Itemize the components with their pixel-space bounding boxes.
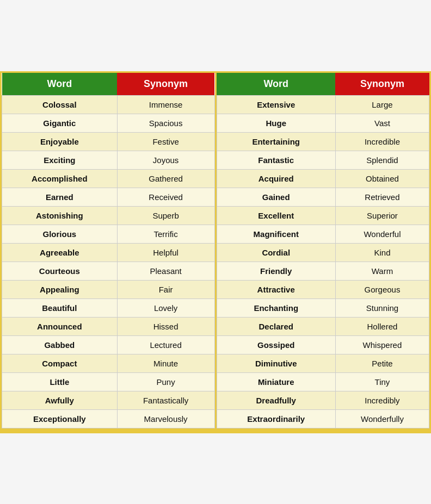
word-cell: Little	[2, 372, 118, 391]
table-row: EnchantingStunning	[217, 298, 429, 317]
synonym-cell: Fantastically	[117, 391, 214, 409]
synonym-cell: Large	[335, 95, 429, 114]
table-row: AwfullyFantastically	[2, 391, 215, 409]
synonym-cell: Puny	[117, 372, 214, 391]
synonym-cell: Gorgeous	[335, 280, 429, 298]
word-cell: Earned	[2, 188, 118, 206]
synonym-cell: Superb	[117, 206, 214, 225]
synonym-cell: Hollered	[335, 317, 429, 335]
right-table: Word Synonym ExtensiveLargeHugeVastEnter…	[217, 73, 430, 428]
word-cell: Gained	[217, 188, 335, 206]
word-cell: Compact	[2, 354, 118, 372]
word-cell: Declared	[217, 317, 335, 335]
left-synonym-header: Synonym	[117, 73, 214, 96]
table-row: BeautifulLovely	[2, 298, 215, 317]
table-row: ExtraordinarilyWonderfully	[217, 409, 429, 428]
word-cell: Announced	[2, 317, 118, 335]
word-cell: Colossal	[2, 95, 118, 114]
table-row: DreadfullyIncredibly	[217, 391, 429, 409]
table-row: GabbedLectured	[2, 335, 215, 354]
synonym-cell: Splendid	[335, 151, 429, 169]
synonym-cell: Incredibly	[335, 391, 429, 409]
synonym-cell: Marvelously	[117, 409, 214, 428]
tables-wrapper: Word Synonym ColossalImmenseGiganticSpac…	[2, 73, 429, 428]
table-row: AttractiveGorgeous	[217, 280, 429, 298]
synonym-cell: Stunning	[335, 298, 429, 317]
word-cell: Gigantic	[2, 114, 118, 132]
synonym-cell: Kind	[335, 243, 429, 262]
synonym-cell: Petite	[335, 354, 429, 372]
table-row: GossipedWhispered	[217, 335, 429, 354]
table-row: EntertainingIncredible	[217, 132, 429, 151]
synonym-cell: Spacious	[117, 114, 214, 132]
table-row: DiminutivePetite	[217, 354, 429, 372]
word-cell: Appealing	[2, 280, 118, 298]
synonym-cell: Vast	[335, 114, 429, 132]
synonym-cell: Pleasant	[117, 262, 214, 280]
word-cell: Glorious	[2, 225, 118, 243]
table-row: ExcellentSuperior	[217, 206, 429, 225]
synonym-cell: Superior	[335, 206, 429, 225]
word-cell: Extraordinarily	[217, 409, 335, 428]
word-cell: Cordial	[217, 243, 335, 262]
word-cell: Enchanting	[217, 298, 335, 317]
word-cell: Extensive	[217, 95, 335, 114]
table-row: LittlePuny	[2, 372, 215, 391]
synonym-cell: Gathered	[117, 169, 214, 188]
left-word-header: Word	[2, 73, 118, 96]
right-synonym-header: Synonym	[335, 73, 429, 96]
word-cell: Miniature	[217, 372, 335, 391]
synonym-cell: Whispered	[335, 335, 429, 354]
word-cell: Acquired	[217, 169, 335, 188]
bottom-bar	[2, 428, 429, 432]
synonym-cell: Joyous	[117, 151, 214, 169]
synonym-cell: Fair	[117, 280, 214, 298]
word-cell: Gabbed	[2, 335, 118, 354]
word-cell: Attractive	[217, 280, 335, 298]
word-cell: Enjoyable	[2, 132, 118, 151]
table-row: EarnedReceived	[2, 188, 215, 206]
table-row: MagnificentWonderful	[217, 225, 429, 243]
synonym-cell: Received	[117, 188, 214, 206]
synonym-cell: Lectured	[117, 335, 214, 354]
word-cell: Exceptionally	[2, 409, 118, 428]
synonym-cell: Obtained	[335, 169, 429, 188]
table-row: AgreeableHelpful	[2, 243, 215, 262]
table-row: GiganticSpacious	[2, 114, 215, 132]
left-table: Word Synonym ColossalImmenseGiganticSpac…	[2, 73, 215, 428]
table-row: EnjoyableFestive	[2, 132, 215, 151]
table-row: AccomplishedGathered	[2, 169, 215, 188]
synonym-cell: Minute	[117, 354, 214, 372]
synonym-cell: Lovely	[117, 298, 214, 317]
synonym-cell: Hissed	[117, 317, 214, 335]
word-cell: Beautiful	[2, 298, 118, 317]
word-cell: Fantastic	[217, 151, 335, 169]
table-row: MiniatureTiny	[217, 372, 429, 391]
word-cell: Dreadfully	[217, 391, 335, 409]
word-cell: Friendly	[217, 262, 335, 280]
word-cell: Excellent	[217, 206, 335, 225]
word-cell: Gossiped	[217, 335, 335, 354]
table-row: ColossalImmense	[2, 95, 215, 114]
synonym-cell: Immense	[117, 95, 214, 114]
table-row: AcquiredObtained	[217, 169, 429, 188]
word-cell: Diminutive	[217, 354, 335, 372]
table-row: GloriousTerrific	[2, 225, 215, 243]
synonym-cell: Helpful	[117, 243, 214, 262]
word-cell: Astonishing	[2, 206, 118, 225]
table-row: CompactMinute	[2, 354, 215, 372]
word-cell: Huge	[217, 114, 335, 132]
table-row: GainedRetrieved	[217, 188, 429, 206]
table-row: ExceptionallyMarvelously	[2, 409, 215, 428]
synonym-cell: Terrific	[117, 225, 214, 243]
table-row: CourteousPleasant	[2, 262, 215, 280]
main-container: Word Synonym ColossalImmenseGiganticSpac…	[0, 71, 431, 433]
table-row: FriendlyWarm	[217, 262, 429, 280]
word-cell: Magnificent	[217, 225, 335, 243]
table-row: FantasticSplendid	[217, 151, 429, 169]
table-row: ExtensiveLarge	[217, 95, 429, 114]
table-row: AppealingFair	[2, 280, 215, 298]
synonym-cell: Warm	[335, 262, 429, 280]
word-cell: Courteous	[2, 262, 118, 280]
table-row: CordialKind	[217, 243, 429, 262]
